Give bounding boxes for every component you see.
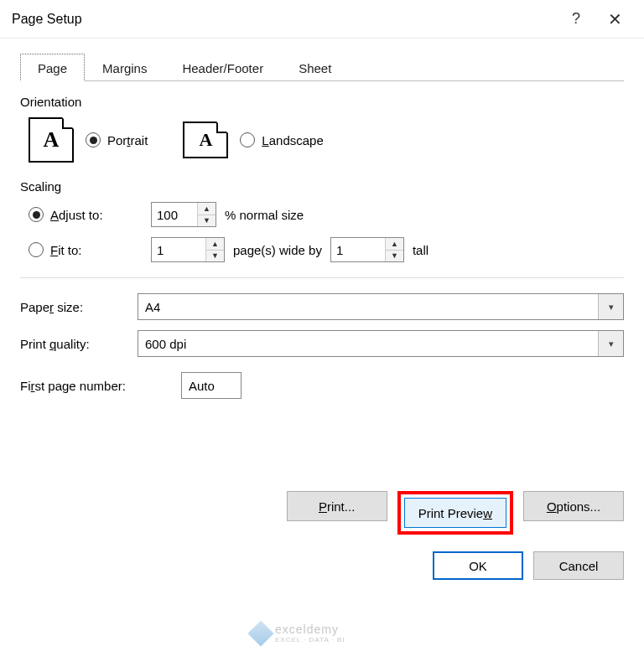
radio-dot-icon — [240, 132, 255, 147]
paper-size-value: A4 — [145, 300, 160, 314]
first-page-input[interactable]: Auto — [181, 372, 242, 399]
radio-fit[interactable]: Fit to: — [29, 242, 119, 257]
radio-dot-icon — [29, 242, 44, 257]
radio-adjust-label: Adjust to: — [50, 208, 103, 222]
watermark-logo-icon — [247, 620, 273, 646]
close-button[interactable]: ✕ — [595, 3, 634, 36]
radio-dot-icon — [29, 207, 44, 222]
print-quality-value: 600 dpi — [145, 337, 186, 351]
print-button[interactable]: Print... — [287, 491, 387, 521]
fit-tall-spinner[interactable]: 1 ▲▼ — [330, 237, 404, 262]
watermark: exceldemy EXCEL · DATA · BI — [252, 623, 345, 644]
adjust-percent-value[interactable]: 100 — [152, 203, 197, 226]
chevron-down-icon[interactable]: ▾ — [598, 294, 623, 319]
orientation-label: Orientation — [20, 95, 624, 109]
radio-fit-label: Fit to: — [50, 243, 82, 257]
first-page-label: First page number: — [20, 379, 171, 393]
fit-mid-label: page(s) wide by — [233, 243, 322, 257]
divider — [20, 277, 624, 278]
chevron-down-icon[interactable]: ▼ — [206, 251, 224, 262]
scaling-label: Scaling — [20, 179, 624, 194]
options-button[interactable]: Options... — [523, 491, 624, 521]
tab-page[interactable]: Page — [20, 54, 85, 81]
adjust-percent-spinner[interactable]: 100 ▲▼ — [151, 202, 216, 227]
chevron-up-icon[interactable]: ▲ — [386, 238, 403, 251]
fit-wide-value[interactable]: 1 — [152, 238, 205, 261]
radio-adjust[interactable]: Adjust to: — [29, 207, 119, 222]
print-quality-label: Print quality: — [20, 337, 127, 351]
dialog-title: Page Setup — [12, 12, 557, 27]
chevron-up-icon[interactable]: ▲ — [206, 238, 224, 251]
radio-portrait[interactable]: Portrait — [86, 132, 148, 147]
spinner-arrows[interactable]: ▲▼ — [385, 238, 403, 261]
radio-dot-icon — [86, 132, 101, 147]
dialog-content: Page Margins Header/Footer Sheet Orienta… — [0, 39, 644, 592]
tab-strip: Page Margins Header/Footer Sheet — [20, 54, 624, 81]
help-button[interactable]: ? — [557, 3, 595, 36]
spinner-arrows[interactable]: ▲▼ — [197, 203, 216, 226]
watermark-brand: exceldemy — [275, 623, 345, 636]
footer-button-row: OK Cancel — [20, 551, 624, 580]
spinner-arrows[interactable]: ▲▼ — [205, 238, 224, 261]
radio-landscape[interactable]: Landscape — [240, 132, 323, 147]
print-preview-button[interactable]: Print Preview — [404, 498, 506, 528]
ok-button[interactable]: OK — [433, 551, 523, 580]
portrait-icon: A — [29, 117, 74, 163]
tab-sheet[interactable]: Sheet — [281, 54, 349, 81]
paper-size-dropdown[interactable]: A4 ▾ — [138, 293, 624, 320]
tab-margins[interactable]: Margins — [85, 54, 164, 81]
fit-tall-suffix: tall — [413, 243, 428, 257]
cancel-button[interactable]: Cancel — [533, 551, 624, 580]
chevron-down-icon[interactable]: ▼ — [198, 215, 216, 227]
adjust-suffix: % normal size — [225, 208, 304, 222]
print-quality-dropdown[interactable]: 600 dpi ▾ — [138, 330, 624, 357]
first-page-value: Auto — [189, 379, 215, 393]
tab-header-footer[interactable]: Header/Footer — [164, 54, 281, 81]
scaling-group: Adjust to: 100 ▲▼ % normal size Fit to: … — [20, 202, 624, 262]
highlight-annotation: Print Preview — [397, 491, 513, 535]
chevron-down-icon[interactable]: ▾ — [598, 331, 623, 356]
paper-size-label: Paper size: — [20, 300, 127, 314]
chevron-up-icon[interactable]: ▲ — [198, 203, 216, 215]
fit-tall-value[interactable]: 1 — [331, 238, 385, 261]
watermark-sub: EXCEL · DATA · BI — [275, 636, 345, 644]
orientation-group: A Portrait A Landscape — [20, 117, 624, 163]
titlebar: Page Setup ? ✕ — [0, 0, 644, 39]
fit-wide-spinner[interactable]: 1 ▲▼ — [151, 237, 225, 262]
action-button-row: Print... Print Preview Options... — [20, 491, 624, 535]
radio-portrait-label: Portrait — [107, 133, 148, 147]
landscape-icon: A — [183, 122, 228, 158]
radio-landscape-label: Landscape — [262, 133, 323, 147]
chevron-down-icon[interactable]: ▼ — [386, 251, 403, 262]
